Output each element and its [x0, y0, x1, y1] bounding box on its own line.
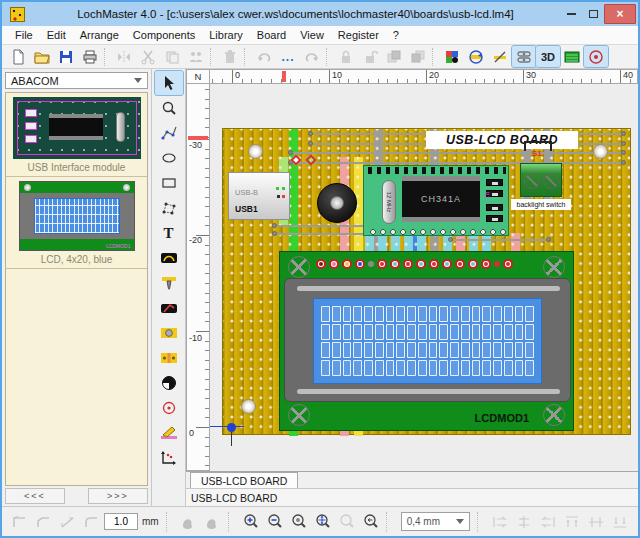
lcd-thumb-label: LCDMOD1 — [106, 243, 130, 249]
library-item-usb-module[interactable]: USB Interface module — [6, 93, 147, 177]
menu-[interactable]: ? — [386, 27, 406, 43]
menu-file[interactable]: File — [8, 27, 40, 43]
history-button[interactable]: ... — [276, 46, 300, 67]
lock-button[interactable] — [334, 46, 358, 67]
status-bar: USB-LCD BOARD — [186, 488, 638, 506]
paint-tool[interactable] — [155, 421, 183, 445]
ch341-module[interactable]: 12 MHz CH341A R2 — [363, 165, 509, 236]
zoom-prev-button[interactable] — [359, 511, 383, 533]
corner-style-round-button[interactable] — [80, 511, 104, 533]
bridge-tool[interactable] — [155, 246, 183, 270]
board-title-label[interactable]: USB-LCD BOARD — [426, 131, 578, 149]
close-button[interactable]: × — [604, 4, 636, 24]
strips-view-toggle[interactable] — [512, 46, 536, 67]
redo-button[interactable] — [300, 46, 324, 67]
board-canvas[interactable]: USB-LCD BOARD USB-B USB1 — [210, 84, 638, 471]
ruler-origin-button[interactable]: N — [186, 69, 210, 84]
lcd-character-cell — [461, 306, 470, 322]
test-mode-toggle[interactable] — [584, 46, 608, 67]
origin-marker[interactable] — [227, 423, 236, 432]
corner-style-diagonal-button[interactable] — [56, 511, 80, 533]
corner-style-bevel-button[interactable] — [32, 511, 56, 533]
group-button[interactable] — [184, 46, 208, 67]
print-button[interactable] — [78, 46, 102, 67]
menu-arrange[interactable]: Arrange — [73, 27, 126, 43]
cutter-tool[interactable] — [155, 296, 183, 320]
maximize-button[interactable] — [582, 5, 604, 23]
pad-tool[interactable] — [155, 371, 183, 395]
horizontal-ruler[interactable]: 010203040 — [210, 69, 638, 84]
radius-input[interactable] — [104, 513, 138, 530]
main-area: ABACOM USB Interface module — [2, 69, 638, 506]
cut-button[interactable] — [136, 46, 160, 67]
zoom-tool[interactable] — [155, 96, 183, 120]
probe-tool[interactable] — [155, 271, 183, 295]
zoom-region-button[interactable] — [335, 511, 359, 533]
corner-style-sharp-button[interactable] — [8, 511, 32, 533]
copy-button[interactable] — [160, 46, 184, 67]
menu-board[interactable]: Board — [250, 27, 293, 43]
library-select[interactable]: ABACOM — [5, 72, 148, 89]
strip-hole-tool[interactable] — [155, 321, 183, 345]
lcd-module[interactable]: LCDMOD1 — [279, 251, 574, 431]
vertical-ruler[interactable]: -30-20-100 — [186, 84, 210, 471]
align-center-button[interactable] — [512, 511, 536, 533]
menu-library[interactable]: Library — [202, 27, 250, 43]
save-button[interactable] — [54, 46, 78, 67]
select-tool[interactable] — [155, 71, 183, 95]
rectangle-tool[interactable] — [155, 171, 183, 195]
align-left-button[interactable] — [488, 511, 512, 533]
backlight-switch[interactable] — [520, 163, 562, 197]
h-ruler-label: 30 — [526, 70, 536, 80]
bring-front-button[interactable] — [382, 46, 406, 67]
lcd-character-cell — [321, 360, 330, 376]
wire-tool[interactable] — [155, 121, 183, 145]
open-button[interactable] — [30, 46, 54, 67]
zoom-in-button[interactable] — [239, 511, 263, 533]
footprint-a-button[interactable] — [177, 511, 201, 533]
menu-register[interactable]: Register — [331, 27, 386, 43]
colors-button[interactable] — [440, 46, 464, 67]
menu-edit[interactable]: Edit — [40, 27, 73, 43]
module-pin-header — [366, 225, 508, 235]
align-bottom-button[interactable] — [608, 511, 632, 533]
menu-components[interactable]: Components — [126, 27, 202, 43]
tab-usb-lcd-board[interactable]: USB-LCD BOARD — [190, 472, 298, 488]
align-middle-button[interactable] — [584, 511, 608, 533]
flip-button[interactable] — [488, 46, 512, 67]
potentiometer[interactable] — [317, 183, 357, 223]
mirror-button[interactable] — [112, 46, 136, 67]
menu-view[interactable]: View — [293, 27, 331, 43]
pager-prev-button[interactable]: <<< — [5, 488, 65, 504]
rotate-button[interactable] — [464, 46, 488, 67]
undo-button[interactable] — [252, 46, 276, 67]
zoom-100-button[interactable] — [287, 511, 311, 533]
zoom-out-button[interactable] — [263, 511, 287, 533]
minimize-button[interactable] — [560, 5, 582, 23]
delete-button[interactable] — [218, 46, 242, 67]
ellipse-tool[interactable] — [155, 146, 183, 170]
align-top-button[interactable] — [560, 511, 584, 533]
strip-break-tool[interactable] — [155, 346, 183, 370]
lcd-character-cell — [353, 342, 362, 358]
measure-tool[interactable] — [155, 446, 183, 470]
grid-select[interactable]: 0,4 mm — [401, 512, 470, 531]
lcd-character-cell — [482, 342, 491, 358]
send-back-button[interactable] — [406, 46, 430, 67]
unlock-button[interactable] — [358, 46, 382, 67]
board-view-button[interactable] — [560, 46, 584, 67]
align-right-button[interactable] — [536, 511, 560, 533]
footprint-b-button[interactable] — [201, 511, 225, 533]
title-bar: LochMaster 4.0 - [c:\users\alex cwer.ws\… — [2, 2, 638, 26]
polygon-tool[interactable] — [155, 196, 183, 220]
zoom-fit-button[interactable] — [311, 511, 335, 533]
library-item-lcd[interactable]: LCDMOD1 LCD, 4x20, blue — [6, 177, 147, 269]
text-tool[interactable]: T — [155, 221, 183, 245]
pager-next-button[interactable]: >>> — [88, 488, 148, 504]
lcd-character-cell — [343, 324, 352, 340]
stripboard[interactable]: USB-LCD BOARD USB-B USB1 — [222, 128, 631, 435]
usb-connector[interactable]: USB-B USB1 — [228, 172, 290, 220]
3d-view-toggle[interactable]: 3D — [536, 46, 560, 67]
marker-tool[interactable] — [155, 396, 183, 420]
new-button[interactable] — [6, 46, 30, 67]
